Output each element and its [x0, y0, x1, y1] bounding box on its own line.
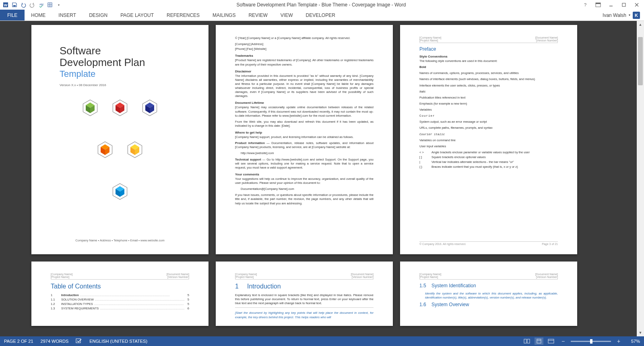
page-intro[interactable]: [Company Name][Document Name] [Project N…: [216, 262, 393, 326]
close-icon[interactable]: [631, 1, 642, 9]
page-footer: © Company 2016. All rights reserved.Page…: [419, 243, 558, 245]
cover-title-line2: Development Plan: [60, 57, 180, 68]
courier-italic-desc1: Variables on command line: [419, 138, 558, 142]
bold-desc3: Interface elements the user selects, cli…: [419, 84, 558, 88]
tab-view[interactable]: VIEW: [274, 10, 299, 21]
help-icon[interactable]: ?: [580, 1, 591, 9]
contact-text: [Phone] [Fax] [Website]: [235, 47, 374, 51]
courier-italic-label: Courier italic: [419, 132, 558, 136]
address-text: [Company] [Address]: [235, 42, 374, 46]
page-cover[interactable]: Software Development Plan Template Versi…: [31, 25, 208, 254]
save-icon[interactable]: [10, 1, 19, 9]
toc-entry: 1.3SYSTEM REQUIREMENTS6: [51, 307, 189, 310]
page-system[interactable]: [Company Name][Document Name] [Project N…: [400, 262, 577, 326]
comments-text2: If you have issues, comments, or questio…: [235, 193, 374, 205]
comments-heading: Your comments: [235, 173, 374, 176]
svg-rect-2: [13, 5, 16, 6]
undo-icon[interactable]: [19, 1, 27, 9]
zoom-slider[interactable]: [571, 341, 611, 342]
statusbar: PAGE 2 OF 21 2974 WORDS ENGLISH (UNITED …: [0, 336, 644, 346]
prodinfo-url: http://www.[website].com: [241, 151, 374, 155]
zoom-slider-thumb[interactable]: [590, 339, 592, 344]
courier-italic-desc2: User input variables: [419, 144, 558, 148]
tab-developer[interactable]: DEVELOPER: [299, 10, 341, 21]
window-controls: ?: [580, 1, 642, 9]
vertical-scrollbar[interactable]: ▲ ▼: [637, 21, 644, 336]
toc-entry: 1.1SOLUTION OVERVIEW5: [51, 298, 189, 301]
tab-review[interactable]: REVIEW: [242, 10, 274, 21]
user-badge: K: [633, 12, 640, 19]
tab-references[interactable]: REFERENCES: [160, 10, 206, 21]
qat-dropdown-icon[interactable]: ▾: [55, 1, 63, 9]
disclaimer-heading: Disclaimer: [235, 70, 374, 73]
tab-page-layout[interactable]: PAGE LAYOUT: [114, 10, 160, 21]
page-legal[interactable]: © [Year] [Company Name] or a [Company Na…: [216, 25, 393, 254]
cube-red-icon: [111, 99, 129, 117]
sysid-heading: 1.5System Identification: [419, 283, 558, 288]
lifetime-heading: Document Lifetime: [235, 101, 374, 105]
styleconv-heading: Style Conventions: [419, 55, 558, 58]
svg-text:W: W: [4, 3, 8, 7]
ribbon-tabs: FILE HOME INSERT DESIGN PAGE LAYOUT REFE…: [0, 10, 644, 21]
cube-orange-icon: [96, 141, 114, 159]
word-count[interactable]: 2974 WORDS: [41, 339, 69, 344]
lifetime-text2: From the Web site, you may also download…: [235, 120, 374, 128]
window-title: Software Development Plan Template - Blu…: [63, 2, 580, 8]
proofing-icon[interactable]: [76, 338, 82, 344]
courier-desc2: URLs, complete paths, filenames, prompts…: [419, 126, 558, 130]
page-header: [Company Name][Document Name]: [51, 273, 189, 276]
zoom-in-icon[interactable]: +: [614, 338, 623, 345]
svg-text:ABC: ABC: [39, 3, 44, 6]
cube-darkblue-icon: [141, 99, 159, 117]
page-indicator[interactable]: PAGE 2 OF 21: [4, 339, 33, 344]
maximize-icon[interactable]: [618, 1, 630, 9]
svg-rect-16: [537, 339, 541, 343]
redo-icon[interactable]: [28, 1, 36, 9]
trademarks-heading: Trademarks: [235, 54, 374, 58]
ribbon-display-icon[interactable]: [592, 1, 604, 9]
tab-design[interactable]: DESIGN: [83, 10, 114, 21]
table-icon[interactable]: [46, 1, 54, 9]
page-header: [Company Name][Document Name]: [419, 273, 558, 276]
scroll-up-icon[interactable]: ▲: [638, 22, 643, 27]
svg-rect-8: [596, 3, 601, 4]
comments-text1: Your suggestions will help us continue t…: [235, 177, 374, 185]
italic-desc3: Variables: [419, 108, 558, 112]
bracket-table-row: [ ]Square brackets enclose optional valu…: [419, 155, 558, 159]
quick-access-toolbar: W ABC ▾: [2, 1, 63, 9]
page-toc[interactable]: [Company Name][Document Name] [Project N…: [31, 262, 208, 326]
cover-graphic: [64, 99, 176, 200]
print-layout-icon[interactable]: [535, 338, 543, 345]
comments-email: Documentation@[Company Name].com: [241, 187, 374, 191]
preface-heading: Preface: [419, 46, 558, 52]
page-preface[interactable]: [Company Name][Document Name] [Project N…: [400, 25, 577, 254]
italic-desc2: Emphasis (for example a new term): [419, 102, 558, 106]
document-area[interactable]: Software Development Plan Template Versi…: [0, 21, 637, 336]
cover-title-line1: Software: [60, 45, 180, 57]
page-header: [Company Name][Document Name]: [419, 36, 558, 39]
spellcheck-icon[interactable]: ABC: [37, 1, 45, 9]
italic-label: Italic: [419, 90, 558, 94]
user-account[interactable]: Ivan Walsh ▾ K: [603, 10, 644, 21]
read-mode-icon[interactable]: [522, 338, 531, 345]
minimize-icon[interactable]: [605, 1, 617, 9]
user-name: Ivan Walsh: [603, 12, 626, 18]
courier-label: Courier: [419, 114, 558, 118]
cover-footer: Company Name • Address • Telephone • Ema…: [31, 239, 208, 242]
zoom-out-icon[interactable]: −: [559, 338, 568, 345]
cube-blue-icon: [111, 183, 129, 200]
scrollbar-thumb[interactable]: [638, 37, 643, 85]
tab-home[interactable]: HOME: [25, 10, 52, 21]
scroll-down-icon[interactable]: ▼: [638, 330, 643, 336]
italic-desc1: Publication titles referenced in text: [419, 96, 558, 100]
web-layout-icon[interactable]: [547, 338, 555, 345]
zoom-level[interactable]: 57%: [626, 339, 640, 344]
tab-insert[interactable]: INSERT: [52, 10, 83, 21]
intro-explanatory: Explanatory text is enclosed in square b…: [235, 293, 374, 305]
cube-green-icon: [81, 99, 99, 117]
file-tab[interactable]: FILE: [0, 10, 25, 21]
trademarks-text: [Product Name] are registered trademarks…: [235, 58, 374, 66]
word-icon[interactable]: W: [2, 1, 10, 9]
tab-mailings[interactable]: MAILINGS: [206, 10, 242, 21]
language-indicator[interactable]: ENGLISH (UNITED STATES): [89, 339, 147, 344]
